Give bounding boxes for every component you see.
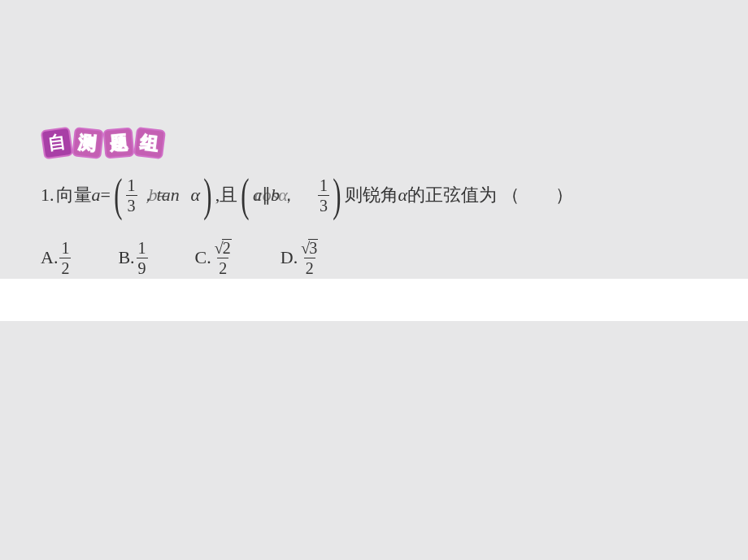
left-paren-icon: (: [241, 172, 249, 218]
paren-inner: a∥b， cosα 1 3: [253, 177, 329, 214]
option-c: C. 2 2: [195, 239, 233, 276]
frac-num: 3: [299, 239, 320, 258]
frac-num: 1: [126, 177, 137, 195]
frac-den: 2: [59, 258, 71, 276]
frac-den: 2: [217, 258, 228, 276]
fraction: 3 2: [299, 239, 320, 276]
option-label: A.: [41, 245, 58, 271]
cos: cos: [254, 184, 278, 205]
question-line: 1. 向量 a = ( 1 3 ，tan b= α ) ,且: [41, 172, 715, 218]
frac-den: 3: [318, 195, 329, 214]
option-a: A. 1 2: [41, 240, 71, 276]
sqrt-radicand: 2: [222, 239, 232, 256]
question-text: 向量: [56, 183, 92, 208]
left-paren-icon: (: [114, 172, 122, 218]
overlap-artifact: ，tan b=: [139, 185, 189, 205]
title-char: 题: [109, 133, 128, 153]
vector-a: a: [92, 183, 101, 208]
overlap-artifact: a∥b， cosα: [253, 185, 316, 205]
option-d: D. 3 2: [280, 239, 320, 276]
frac-num: 1: [59, 240, 71, 258]
option-label: D.: [280, 245, 298, 271]
frac-den: 9: [137, 258, 148, 276]
paren-group-a: ( 1 3 ，tan b= α ): [111, 172, 215, 218]
option-label: C.: [195, 245, 211, 271]
question-text: 的正弦值为: [407, 183, 497, 208]
options-row: A. 1 2 B. 1 9 C. 2 2: [41, 239, 715, 276]
sqrt-radicand: 3: [308, 239, 318, 256]
title-tile: 组: [133, 127, 166, 159]
question-number: 1.: [41, 183, 54, 208]
answer-blank-paren: （ ）: [502, 183, 573, 208]
question-block: 1. 向量 a = ( 1 3 ，tan b= α ) ,且: [41, 172, 715, 276]
alpha: α: [398, 183, 408, 208]
sqrt-icon: 2: [215, 239, 232, 256]
right-paren-icon: ): [333, 172, 341, 218]
sqrt-icon: 3: [301, 239, 318, 256]
frac-num: 1: [137, 240, 148, 258]
title-char: 组: [140, 133, 160, 154]
title-char: 自: [47, 133, 67, 154]
frac-den: 3: [126, 195, 137, 214]
title-char: 测: [78, 133, 98, 153]
paren-group-b: ( a∥b， cosα 1 3 ): [237, 172, 344, 218]
alpha: α: [278, 184, 288, 205]
alpha: α: [191, 183, 201, 208]
title-tile: 自: [41, 127, 74, 160]
option-label: B.: [118, 245, 134, 271]
fraction: 1 9: [137, 240, 148, 276]
title-tile: 题: [102, 127, 134, 158]
title-tile: 测: [72, 127, 104, 159]
option-b: B. 1 9: [118, 240, 147, 276]
frac-den: 2: [304, 258, 315, 276]
frac-num: 2: [213, 239, 233, 258]
frac-num: 1: [318, 177, 329, 195]
fraction: 2 2: [213, 239, 233, 276]
question-text: ,且: [215, 183, 238, 208]
white-stripe: [0, 279, 748, 321]
fraction-one-third: 1 3: [318, 177, 329, 214]
question-text: 则锐角: [345, 183, 398, 208]
right-paren-icon: ): [203, 172, 211, 218]
equals: =: [101, 183, 111, 208]
section-title-badge: 自 测 题 组: [42, 128, 164, 158]
paren-inner: 1 3 ，tan b= α: [126, 177, 201, 214]
fraction: 1 2: [59, 240, 71, 276]
fraction-one-third: 1 3: [126, 177, 137, 214]
overlay-b-equals: b=: [149, 183, 170, 208]
